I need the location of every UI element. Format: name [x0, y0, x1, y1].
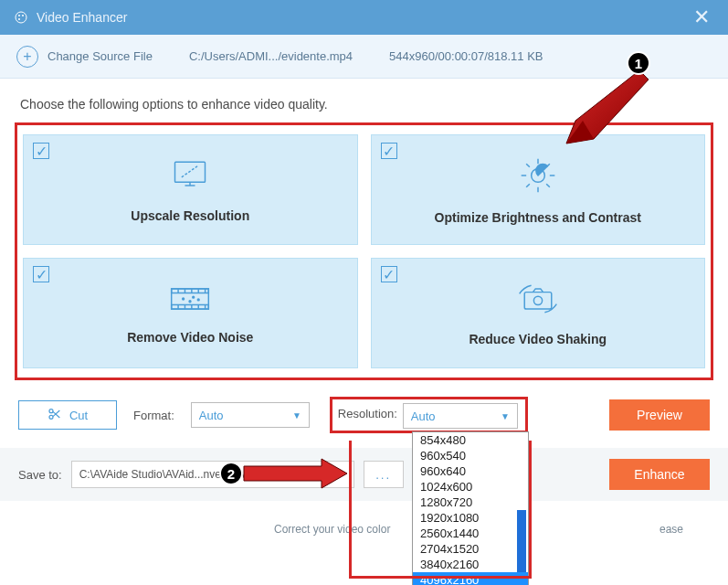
resolution-value: Auto	[411, 410, 436, 423]
svg-rect-18	[172, 288, 209, 292]
svg-line-13	[526, 164, 530, 167]
svg-line-14	[546, 184, 550, 187]
option-label: Optimize Brightness and Contrast	[435, 210, 641, 225]
svg-point-32	[189, 300, 191, 302]
plus-icon[interactable]: +	[16, 46, 38, 68]
checkbox-icon[interactable]: ✓	[381, 266, 397, 282]
option-upscale-resolution[interactable]: ✓ Upscale Resolution	[23, 134, 358, 245]
checkbox-icon[interactable]: ✓	[381, 143, 397, 159]
option-remove-noise[interactable]: ✓ Remove Video Noise	[23, 258, 358, 368]
save-row: Save to: ... Enhance	[0, 448, 728, 501]
resolution-option[interactable]: 854x480	[413, 432, 528, 448]
scrollbar[interactable]	[517, 510, 526, 572]
resolution-group: Resolution: Auto ▼	[330, 397, 528, 433]
palette-icon	[13, 9, 29, 26]
save-to-label: Save to:	[18, 468, 62, 482]
svg-marker-42	[244, 459, 347, 488]
resolution-option[interactable]: 960x640	[413, 463, 528, 479]
sun-icon	[518, 155, 558, 199]
svg-point-37	[49, 415, 53, 419]
svg-point-30	[183, 298, 185, 300]
footer-text-right: ease	[659, 523, 683, 536]
monitor-icon	[170, 157, 210, 197]
svg-line-5	[182, 165, 198, 177]
resolution-select[interactable]: Auto ▼	[403, 403, 518, 429]
svg-point-31	[193, 296, 195, 298]
svg-rect-34	[524, 292, 552, 308]
chevron-down-icon: ▼	[292, 410, 301, 420]
browse-button[interactable]: ...	[364, 461, 404, 488]
titlebar: Video Enhancer ✕	[0, 0, 728, 35]
app-title: Video Enhancer	[37, 10, 688, 25]
resolution-option[interactable]: 1280x720	[413, 495, 528, 510]
annotation-arrow-2	[239, 455, 349, 492]
checkbox-icon[interactable]: ✓	[33, 143, 49, 159]
resolution-option[interactable]: 1920x1080	[413, 510, 528, 526]
option-label: Upscale Resolution	[131, 208, 249, 223]
svg-point-3	[18, 18, 20, 20]
source-file-path: C:/Users/ADMI.../evidente.mp4	[189, 49, 353, 63]
checkbox-icon[interactable]: ✓	[33, 266, 49, 282]
svg-point-0	[16, 12, 26, 23]
svg-rect-4	[175, 162, 206, 182]
option-reduce-shaking[interactable]: ✓ Reduce Video Shaking	[371, 258, 706, 368]
cut-label: Cut	[69, 409, 88, 422]
footer-text-left: Correct your video color	[274, 523, 390, 536]
change-source-button[interactable]: Change Source File	[47, 49, 153, 63]
option-brightness-contrast[interactable]: ✓ Optimize Brightness and Contrast	[371, 134, 706, 245]
cut-button[interactable]: Cut	[18, 400, 117, 430]
resolution-label: Resolution:	[338, 407, 397, 420]
resolution-option[interactable]: 3840x2160	[413, 557, 528, 572]
preview-button[interactable]: Preview	[609, 399, 710, 431]
format-select[interactable]: Auto ▼	[191, 402, 310, 428]
svg-point-36	[49, 409, 53, 412]
annotation-arrow-1	[557, 66, 658, 148]
resolution-option[interactable]: 2560x1440	[413, 526, 528, 541]
svg-point-1	[18, 15, 20, 16]
close-icon[interactable]: ✕	[688, 5, 715, 29]
option-label: Reduce Video Shaking	[469, 332, 607, 346]
svg-rect-17	[172, 288, 209, 308]
resolution-option[interactable]: 4096x2160	[413, 572, 528, 585]
format-label: Format:	[133, 409, 174, 422]
resolution-option[interactable]: 960x540	[413, 448, 528, 463]
resolution-option[interactable]: 2704x1520	[413, 541, 528, 557]
film-icon	[168, 282, 212, 319]
svg-point-33	[198, 299, 200, 301]
svg-line-38	[53, 411, 59, 418]
svg-point-35	[533, 296, 542, 304]
annotation-badge-2: 2	[219, 462, 243, 485]
enhance-button[interactable]: Enhance	[609, 459, 710, 490]
format-value: Auto	[199, 409, 224, 422]
controls-row: Cut Format: Auto ▼ Resolution: Auto ▼ Pr…	[0, 380, 728, 442]
scissors-icon	[47, 407, 62, 424]
option-label: Remove Video Noise	[127, 330, 253, 345]
camera-icon	[516, 281, 560, 321]
chevron-down-icon: ▼	[501, 411, 510, 421]
resolution-option[interactable]: 1024x600	[413, 479, 528, 495]
source-file-meta: 544x960/00:00:07/818.11 KB	[389, 49, 543, 63]
annotation-badge-1: 1	[627, 51, 650, 75]
resolution-dropdown[interactable]: 854x480960x540960x6401024x6001280x720192…	[412, 431, 529, 585]
svg-line-15	[526, 184, 530, 187]
svg-line-39	[53, 410, 59, 417]
svg-point-2	[22, 15, 24, 16]
enhance-options-grid: ✓ Upscale Resolution ✓ Optimize Brightne…	[15, 122, 713, 380]
svg-rect-19	[172, 304, 209, 309]
